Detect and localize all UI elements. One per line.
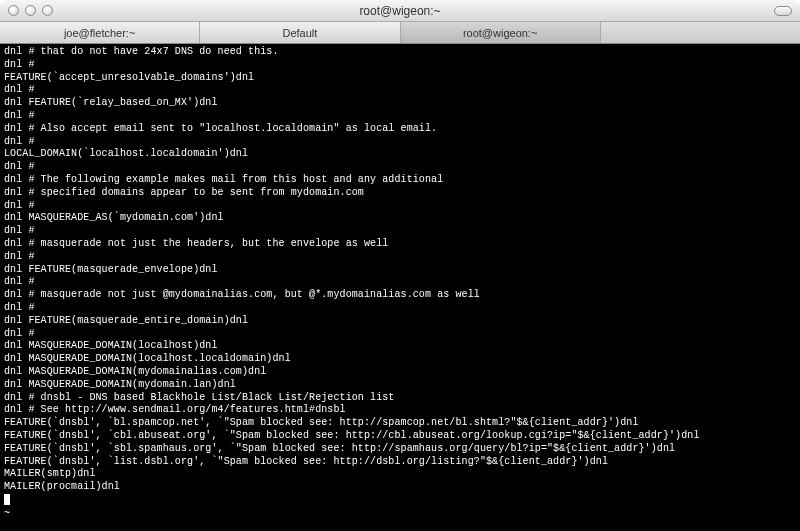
traffic-lights (8, 5, 53, 16)
toolbar-toggle-icon[interactable] (774, 6, 792, 16)
terminal-line: dnl # dnsbl - DNS based Blackhole List/B… (4, 392, 796, 405)
terminal-line: dnl # specified domains appear to be sen… (4, 187, 796, 200)
terminal-line: dnl MASQUERADE_AS(`mydomain.com')dnl (4, 212, 796, 225)
terminal-line: dnl FEATURE(masquerade_entire_domain)dnl (4, 315, 796, 328)
terminal-line: dnl # (4, 110, 796, 123)
close-icon[interactable] (8, 5, 19, 16)
tab-spacer (601, 22, 800, 43)
tab-label: root@wigeon:~ (463, 27, 537, 39)
terminal-output[interactable]: dnl # that do not have 24x7 DNS do need … (0, 44, 800, 531)
cursor-icon (4, 494, 10, 505)
terminal-line: FEATURE(`dnsbl', `sbl.spamhaus.org', `"S… (4, 443, 796, 456)
terminal-prompt-line (4, 494, 796, 508)
tab-default[interactable]: Default (200, 22, 400, 43)
tab-label: Default (282, 27, 317, 39)
zoom-icon[interactable] (42, 5, 53, 16)
terminal-line: dnl MASQUERADE_DOMAIN(mydomain.lan)dnl (4, 379, 796, 392)
terminal-line: dnl MASQUERADE_DOMAIN(localhost.localdom… (4, 353, 796, 366)
terminal-line: FEATURE(`dnsbl', `bl.spamcop.net', `"Spa… (4, 417, 796, 430)
terminal-line: FEATURE(`dnsbl', `list.dsbl.org', `"Spam… (4, 456, 796, 469)
terminal-line: dnl # (4, 328, 796, 341)
terminal-line: dnl # The following example makes mail f… (4, 174, 796, 187)
terminal-line: LOCAL_DOMAIN(`localhost.localdomain')dnl (4, 148, 796, 161)
tab-joe-fletcher[interactable]: joe@fletcher:~ (0, 22, 200, 43)
terminal-line: dnl # (4, 276, 796, 289)
terminal-line: MAILER(procmail)dnl (4, 481, 796, 494)
terminal-line: dnl # (4, 59, 796, 72)
terminal-line: dnl # (4, 161, 796, 174)
terminal-window: root@wigeon:~ joe@fletcher:~ Default roo… (0, 0, 800, 531)
titlebar: root@wigeon:~ (0, 0, 800, 22)
terminal-line: dnl FEATURE(masquerade_envelope)dnl (4, 264, 796, 277)
tab-label: joe@fletcher:~ (64, 27, 135, 39)
terminal-line: dnl MASQUERADE_DOMAIN(localhost)dnl (4, 340, 796, 353)
terminal-line: dnl # masquerade not just the headers, b… (4, 238, 796, 251)
terminal-line: dnl # See http://www.sendmail.org/m4/fea… (4, 404, 796, 417)
terminal-line: dnl # (4, 84, 796, 97)
terminal-line: dnl # Also accept email sent to "localho… (4, 123, 796, 136)
tab-bar: joe@fletcher:~ Default root@wigeon:~ (0, 22, 800, 44)
terminal-line: dnl # (4, 225, 796, 238)
terminal-line: dnl # masquerade not just @mydomainalias… (4, 289, 796, 302)
terminal-line: dnl # that do not have 24x7 DNS do need … (4, 46, 796, 59)
terminal-line: dnl # (4, 302, 796, 315)
window-title: root@wigeon:~ (0, 4, 800, 18)
tab-root-wigeon[interactable]: root@wigeon:~ (401, 22, 601, 43)
terminal-line: dnl # (4, 136, 796, 149)
terminal-line: FEATURE(`accept_unresolvable_domains')dn… (4, 72, 796, 85)
terminal-line: FEATURE(`dnsbl', `cbl.abuseat.org', `"Sp… (4, 430, 796, 443)
terminal-line: dnl # (4, 251, 796, 264)
terminal-line: dnl # (4, 200, 796, 213)
terminal-line: MAILER(smtp)dnl (4, 468, 796, 481)
terminal-line: dnl FEATURE(`relay_based_on_MX')dnl (4, 97, 796, 110)
minimize-icon[interactable] (25, 5, 36, 16)
terminal-line: dnl MASQUERADE_DOMAIN(mydomainalias.com)… (4, 366, 796, 379)
terminal-line: ~ (4, 508, 796, 521)
